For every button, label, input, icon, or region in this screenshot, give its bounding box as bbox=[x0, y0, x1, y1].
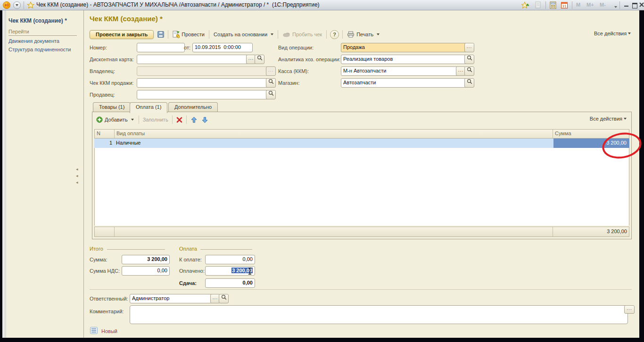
text-cursor bbox=[248, 268, 252, 275]
row-number-cell[interactable]: 1 bbox=[94, 138, 114, 148]
seller-input[interactable] bbox=[137, 90, 271, 99]
cloud-icon bbox=[282, 32, 290, 37]
minimize-button[interactable] bbox=[622, 1, 630, 8]
sidebar-link-subordination-structure[interactable]: Структура подчиненности bbox=[8, 47, 71, 52]
vat-total-field[interactable]: 0,00 bbox=[122, 266, 170, 276]
add-plus-icon bbox=[96, 116, 103, 123]
tab-additional[interactable]: Дополнительно bbox=[168, 102, 218, 112]
tab-payment[interactable]: Оплата (1) bbox=[130, 102, 167, 113]
column-header-payment-type[interactable]: Вид оплаты bbox=[115, 130, 553, 138]
divider bbox=[545, 1, 546, 9]
divider bbox=[186, 115, 187, 124]
operation-type-select-button[interactable]: ... bbox=[464, 43, 474, 52]
restore-button[interactable] bbox=[631, 1, 639, 8]
table-empty-area[interactable] bbox=[94, 148, 629, 226]
move-down-icon[interactable] bbox=[201, 116, 208, 123]
print-button[interactable]: Печать bbox=[346, 30, 380, 39]
footer-n-cell bbox=[95, 227, 115, 236]
help-icon[interactable]: ? bbox=[330, 30, 339, 39]
sidebar-link-document-movements[interactable]: Движения документа bbox=[8, 38, 59, 44]
sum-total-field[interactable]: 3 200,00 bbox=[122, 255, 170, 264]
store-input[interactable]: Автозапчасти bbox=[341, 78, 470, 88]
print-label: Печать bbox=[356, 32, 373, 37]
payments-all-actions-label: Все действия bbox=[590, 116, 622, 122]
divider bbox=[326, 30, 327, 39]
main-menu-icon[interactable] bbox=[13, 1, 21, 9]
save-icon[interactable] bbox=[157, 31, 165, 38]
responsible-input[interactable]: Администратор bbox=[130, 294, 215, 303]
operation-type-label: Вид операции: bbox=[278, 43, 314, 52]
analytics-input[interactable]: Реализация товаров bbox=[341, 55, 470, 64]
close-button[interactable] bbox=[639, 1, 644, 8]
divider bbox=[278, 30, 278, 39]
show-link-icon[interactable] bbox=[535, 1, 542, 9]
responsible-label: Ответственный: bbox=[90, 294, 128, 303]
store-search-icon[interactable] bbox=[464, 78, 474, 88]
responsible-search-icon[interactable] bbox=[219, 294, 229, 303]
date-input[interactable]: 10.09.2015 0:00:00 bbox=[192, 43, 253, 52]
divider bbox=[209, 30, 209, 39]
memory-recall-button[interactable]: M bbox=[576, 2, 580, 8]
seller-search-icon[interactable] bbox=[266, 90, 276, 99]
to-pay-field[interactable]: 0,00 bbox=[205, 255, 255, 264]
column-header-n[interactable]: N bbox=[95, 130, 115, 138]
cash-register-input[interactable]: М-н Автозапчасти bbox=[341, 66, 461, 76]
tab-goods[interactable]: Товары (1) bbox=[93, 102, 131, 112]
sidebar-splitter-handle[interactable]: ◂◂◂ bbox=[76, 166, 78, 186]
form-all-actions-label: Все действия bbox=[594, 31, 627, 36]
punch-check-button[interactable]: Пробить чек bbox=[281, 31, 323, 38]
payment-type-cell[interactable]: Наличные bbox=[114, 138, 553, 148]
owner-select-button[interactable]: ... bbox=[266, 66, 276, 76]
payments-all-actions-button[interactable]: Все действия bbox=[590, 116, 627, 122]
cash-register-label: Касса (ККМ): bbox=[278, 67, 309, 75]
calendar-icon[interactable]: 31 bbox=[561, 1, 568, 9]
operation-type-input[interactable]: Продажа bbox=[341, 43, 470, 52]
footer-type-cell bbox=[115, 227, 553, 236]
analytics-label: Аналитика хоз. операции: bbox=[278, 55, 340, 64]
kkm-sale-check-input[interactable] bbox=[137, 78, 271, 88]
cash-register-search-icon[interactable] bbox=[464, 66, 474, 76]
divider bbox=[200, 249, 252, 250]
memory-dropdown-icon[interactable] bbox=[613, 4, 617, 9]
comment-label: Комментарий: bbox=[90, 307, 124, 316]
move-up-icon[interactable] bbox=[190, 116, 198, 123]
delete-row-icon[interactable] bbox=[176, 117, 182, 123]
calculator-icon[interactable] bbox=[549, 1, 557, 9]
post-and-close-button[interactable]: Провести и закрыть bbox=[90, 30, 154, 39]
punch-check-label: Пробить чек bbox=[292, 32, 322, 37]
discount-card-input[interactable] bbox=[137, 55, 251, 64]
kkm-sale-check-search-icon[interactable] bbox=[266, 78, 276, 88]
sum-label: Сумма: bbox=[90, 255, 107, 264]
to-pay-label: К оплате: bbox=[179, 255, 202, 264]
comment-expand-button[interactable]: ... bbox=[624, 305, 635, 314]
payments-toolbar: Добавить Заполнить bbox=[95, 114, 208, 125]
kkm-sale-check-label: Чек ККМ продажи: bbox=[90, 79, 133, 87]
number-input[interactable] bbox=[137, 43, 185, 52]
memory-minus-button[interactable]: M- bbox=[600, 2, 606, 8]
analytics-search-icon[interactable] bbox=[464, 55, 474, 64]
payments-table: N Вид оплаты Сумма 1 Наличные 3 200,00 3… bbox=[94, 129, 629, 237]
divider bbox=[172, 115, 173, 124]
sidebar-doc-title: Чек ККМ (создание) * bbox=[8, 17, 67, 24]
add-button[interactable]: Добавить bbox=[95, 115, 135, 124]
payments-table-header: N Вид оплаты Сумма bbox=[94, 129, 629, 138]
favorites-star-icon[interactable] bbox=[27, 1, 34, 9]
memory-plus-button[interactable]: M+ bbox=[586, 2, 594, 8]
fill-button[interactable]: Заполнить bbox=[143, 117, 168, 122]
table-row[interactable]: 1 Наличные 3 200,00 bbox=[94, 138, 629, 148]
comment-input[interactable] bbox=[130, 305, 628, 324]
document-toolbar: Провести и закрыть Провести Создать на о… bbox=[90, 28, 380, 41]
paid-label: Оплачено: bbox=[179, 267, 205, 275]
post-label: Провести bbox=[182, 32, 205, 37]
change-field[interactable]: 0,00 bbox=[205, 278, 255, 288]
post-button[interactable]: Провести bbox=[172, 30, 206, 39]
owner-input[interactable] bbox=[137, 66, 271, 76]
store-label: Магазин: bbox=[278, 79, 300, 87]
form-all-actions-button[interactable]: Все действия bbox=[594, 31, 631, 36]
title-bar: 1С Чек ККМ (создание) - АВТОЗАПЧАСТИ У М… bbox=[0, 0, 644, 10]
create-based-on-button[interactable]: Создать на основании bbox=[213, 31, 274, 38]
discount-card-search-icon[interactable] bbox=[255, 55, 264, 64]
window-left-frame bbox=[2, 10, 6, 338]
add-to-favorites-icon[interactable] bbox=[521, 1, 529, 9]
1c-logo-icon: 1С bbox=[3, 1, 10, 9]
